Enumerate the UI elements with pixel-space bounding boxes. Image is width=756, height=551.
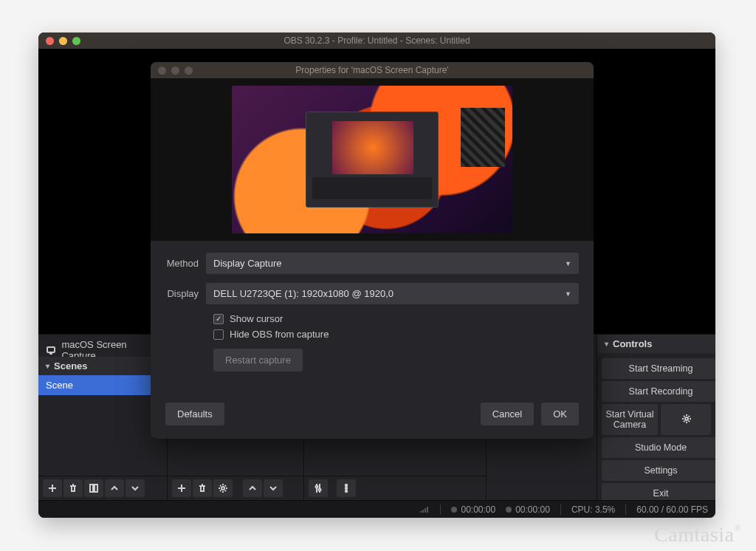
- camtasia-watermark: Camtasia®: [654, 523, 741, 547]
- chevron-down-icon: [130, 483, 140, 493]
- svg-point-4: [316, 486, 318, 488]
- chevron-down-icon: ▼: [565, 290, 571, 298]
- record-time: 00:00:00: [515, 504, 550, 515]
- method-select[interactable]: Display Capture ▼: [206, 253, 579, 274]
- add-scene-button[interactable]: [43, 479, 62, 497]
- svg-point-7: [346, 487, 347, 489]
- show-cursor-row[interactable]: ✓ Show cursor: [213, 313, 579, 324]
- svg-point-6: [346, 485, 347, 486]
- watermark-text: Camtasia: [654, 523, 734, 546]
- settings-button[interactable]: Settings: [602, 460, 715, 481]
- dialog-form: Method Display Capture ▼ Display DELL U2…: [151, 241, 594, 392]
- dialog-preview: [151, 78, 594, 241]
- display-row: Display DELL U2723QE (1): 1920x1080 @ 19…: [165, 283, 579, 304]
- method-label: Method: [165, 258, 206, 269]
- add-source-button[interactable]: [172, 479, 191, 497]
- scene-up-button[interactable]: [105, 479, 124, 497]
- dialog-title: Properties for 'macOS Screen Capture': [151, 65, 594, 75]
- mixer-menu-button[interactable]: [337, 479, 356, 497]
- start-recording-button[interactable]: Start Recording: [602, 381, 715, 402]
- gear-sliders-icon: [313, 483, 323, 493]
- scenes-dock: macOS Screen Capture ▾ Scenes Scene: [38, 335, 168, 500]
- controls-body: Start Streaming Start Recording Start Vi…: [597, 353, 715, 500]
- collapse-icon: ▾: [46, 362, 49, 370]
- restart-capture-button[interactable]: Restart capture: [213, 349, 303, 372]
- source-down-button[interactable]: [264, 479, 283, 497]
- scene-item[interactable]: Scene: [38, 375, 167, 395]
- cpu-usage: CPU: 3.5%: [571, 504, 615, 515]
- chevron-up-icon: [247, 483, 258, 493]
- start-streaming-button[interactable]: Start Streaming: [602, 358, 715, 379]
- dot-icon: [451, 507, 457, 513]
- stream-time: 00:00:00: [461, 504, 495, 515]
- cancel-button[interactable]: Cancel: [481, 403, 534, 425]
- hide-obs-label: Hide OBS from capture: [230, 329, 329, 340]
- start-virtual-camera-button[interactable]: Start Virtual Camera: [602, 404, 658, 435]
- mixer-advanced-button[interactable]: [309, 479, 328, 497]
- scenes-header-label: Scenes: [54, 360, 88, 372]
- svg-rect-2: [94, 485, 97, 492]
- controls-dock: ▾ Controls Start Streaming Start Recordi…: [597, 335, 715, 500]
- exit-button[interactable]: Exit: [602, 483, 715, 500]
- source-item[interactable]: macOS Screen Capture: [38, 335, 167, 357]
- gear-icon: [681, 414, 691, 423]
- scenes-toolbar: [38, 476, 167, 500]
- kebab-icon: [341, 483, 351, 493]
- chevron-down-icon: [268, 483, 278, 493]
- main-titlebar: OBS 30.2.3 - Profile: Untitled - Scenes:…: [38, 32, 715, 49]
- source-properties-button[interactable]: [213, 479, 233, 497]
- thumbnail-window: [306, 112, 439, 208]
- remove-source-button[interactable]: [193, 479, 212, 497]
- plus-icon: [47, 483, 58, 493]
- scene-item-label: Scene: [46, 380, 73, 391]
- bars-icon: [419, 505, 430, 514]
- hide-obs-row[interactable]: Hide OBS from capture: [213, 329, 579, 340]
- network-indicator: [419, 505, 430, 514]
- method-value: Display Capture: [213, 258, 282, 269]
- scenes-list: Scene: [38, 375, 167, 476]
- show-cursor-checkbox[interactable]: ✓: [213, 314, 224, 324]
- collapse-icon: ▾: [605, 340, 608, 348]
- scene-down-button[interactable]: [126, 479, 145, 497]
- display-icon: [46, 345, 55, 355]
- ok-button[interactable]: OK: [541, 403, 579, 425]
- controls-header[interactable]: ▾ Controls: [597, 335, 715, 353]
- thumbnail-hatch: [461, 108, 505, 167]
- properties-dialog: Properties for 'macOS Screen Capture' Me…: [151, 62, 594, 439]
- trash-icon: [68, 483, 78, 493]
- svg-rect-0: [47, 347, 55, 352]
- svg-point-5: [319, 489, 321, 491]
- mixer-toolbar: [304, 476, 486, 500]
- main-window-title: OBS 30.2.3 - Profile: Untitled - Scenes:…: [38, 35, 715, 46]
- display-value: DELL U2723QE (1): 1920x1080 @ 1920,0: [213, 288, 394, 299]
- remove-scene-button[interactable]: [63, 479, 83, 497]
- svg-point-8: [346, 490, 347, 492]
- filters-icon: [89, 483, 99, 493]
- studio-mode-button[interactable]: Studio Mode: [602, 437, 715, 458]
- statusbar: 00:00:00 00:00:00 CPU: 3.5% 60.00 / 60.0…: [38, 500, 715, 518]
- svg-point-9: [685, 417, 688, 420]
- scene-filters-button[interactable]: [84, 479, 103, 497]
- sources-list: macOS Screen Capture: [38, 335, 167, 357]
- fps-display: 60.00 / 60.00 FPS: [636, 504, 708, 515]
- trash-icon: [197, 483, 207, 493]
- sources-toolbar: [168, 476, 303, 500]
- plus-icon: [176, 483, 187, 493]
- dialog-footer: Defaults Cancel OK: [151, 392, 594, 439]
- record-timer: 00:00:00: [506, 504, 550, 515]
- source-up-button[interactable]: [243, 479, 262, 497]
- stream-timer: 00:00:00: [451, 504, 495, 515]
- svg-rect-1: [90, 485, 93, 492]
- show-cursor-label: Show cursor: [230, 313, 283, 324]
- chevron-down-icon: ▼: [565, 260, 571, 267]
- method-row: Method Display Capture ▼: [165, 253, 579, 274]
- display-label: Display: [165, 288, 206, 299]
- scenes-header[interactable]: ▾ Scenes: [38, 357, 167, 375]
- display-select[interactable]: DELL U2723QE (1): 1920x1080 @ 1920,0 ▼: [206, 283, 579, 304]
- virtual-camera-settings-button[interactable]: [661, 404, 711, 435]
- defaults-button[interactable]: Defaults: [165, 403, 224, 425]
- gear-icon: [218, 483, 228, 493]
- controls-header-label: Controls: [613, 338, 652, 349]
- hide-obs-checkbox[interactable]: [213, 329, 224, 340]
- chevron-up-icon: [109, 483, 120, 493]
